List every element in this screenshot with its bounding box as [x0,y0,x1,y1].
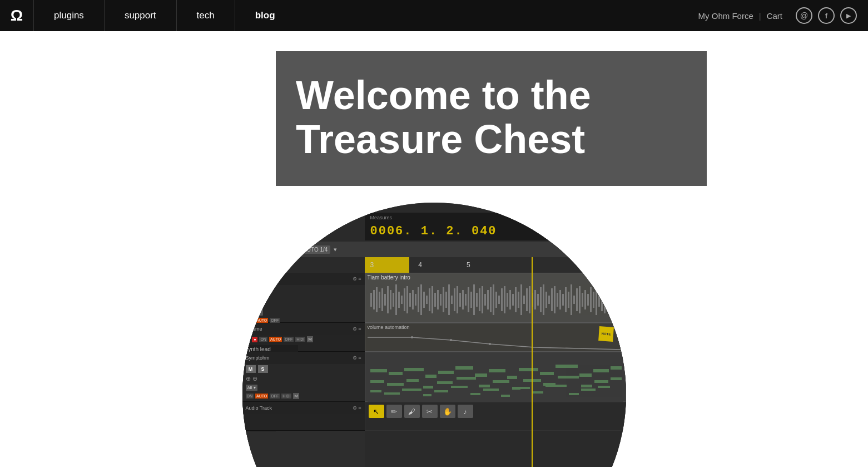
volume-automation-clip: volume automation NOTE [365,323,626,352]
vol-off[interactable]: OFF [284,337,294,342]
email-icon[interactable]: @ [796,7,812,24]
pencil-tool[interactable]: ✏ [386,405,402,418]
mute-button[interactable]: M [246,287,256,295]
svg-rect-106 [555,365,578,368]
bass-icons: ⚙ ≡ [353,405,361,411]
svg-rect-11 [398,292,400,308]
volume-controls: ▼ ● ON AUTO OFF HIDI M [242,335,365,343]
svg-rect-122 [581,385,592,387]
svg-rect-7 [387,286,389,313]
beat-label: Beat [593,216,604,222]
svg-rect-128 [423,394,431,396]
svg-rect-56 [523,296,525,304]
svg-rect-121 [558,376,579,378]
my-ohm-force-link[interactable]: My Ohm Force [698,11,753,21]
solo-button[interactable]: S [258,287,268,295]
svg-rect-3 [376,287,378,312]
snap-button[interactable]: Snap [247,245,268,254]
synth-all[interactable]: All ▾ [246,385,257,391]
bar-label: Bar [567,216,575,222]
nav-blog[interactable]: blog [235,0,295,31]
cart-link[interactable]: Cart [767,11,782,21]
track-icons: ⚙ ≡ [353,276,361,282]
svg-rect-110 [370,380,384,383]
note-tool[interactable]: ♪ [458,405,473,418]
svg-point-92 [450,339,452,341]
audio-track-left: Audio Track ⚙ ≡ M S ⊕ None ▾ [242,273,365,323]
svg-rect-113 [423,386,433,389]
svg-rect-36 [468,287,469,312]
svg-rect-60 [534,290,536,309]
svg-rect-55 [520,284,522,315]
automation-curve-svg [365,332,626,351]
svg-rect-45 [493,284,494,315]
svg-rect-41 [482,286,483,313]
svg-rect-50 [507,293,508,307]
svg-rect-22 [429,288,430,311]
svg-rect-47 [498,296,500,304]
scissors-tool[interactable]: ✂ [422,405,438,418]
youtube-icon[interactable]: ▶ [840,7,857,24]
svg-rect-99 [438,371,454,374]
audio-clip-title: Tiam battery intro [365,273,626,282]
svg-rect-34 [462,290,464,309]
svg-rect-98 [425,375,437,378]
dropdown-arrow[interactable]: ▾ [334,246,337,253]
synth-auto[interactable]: AUTO [255,394,268,399]
svg-rect-129 [434,390,448,392]
vol-midi[interactable]: HIDI [295,337,305,342]
hand-tool[interactable]: ✋ [440,405,455,418]
logo-omega: Ω [11,7,23,24]
svg-rect-132 [483,389,499,391]
nav-plugins[interactable]: plugins [33,0,104,31]
svg-rect-57 [526,288,528,311]
auto-button[interactable]: AUTO [255,318,268,323]
hero-title: Welcome to the Treasure Chest [296,73,679,161]
relative-select[interactable]: Relative [271,245,297,254]
vol-auto[interactable]: AUTO [269,337,282,342]
synth-solo[interactable]: S [258,365,268,373]
vol-m2[interactable]: M [307,336,313,342]
hero-title-line2: Treasure Chest [296,117,679,161]
svg-rect-101 [475,373,487,377]
logo[interactable]: Ω [0,7,33,24]
synth-midi[interactable]: HIDI [281,394,291,399]
synth-on[interactable]: ON [246,394,254,399]
none-dropdown[interactable]: None ▾ [246,309,263,316]
svg-rect-27 [443,287,444,312]
synth-cross: ⊕ [246,375,251,382]
svg-rect-35 [465,294,467,306]
synth-mute[interactable]: M [246,365,256,373]
auto-select[interactable]: AUTO 1/4 [300,245,330,254]
svg-rect-86 [607,294,608,306]
off-button[interactable]: OFF [270,318,280,323]
vol-on[interactable]: ON [259,337,267,342]
facebook-icon[interactable]: f [818,7,835,24]
svg-point-93 [489,343,491,345]
nav-tech[interactable]: tech [176,0,235,31]
svg-rect-100 [455,366,473,370]
svg-rect-72 [568,292,569,308]
synth-m2[interactable]: M [293,393,299,399]
svg-rect-130 [451,386,468,388]
hero-banner: Welcome to the Treasure Chest [276,51,707,186]
record-btn[interactable]: ● [252,337,257,342]
synth-off[interactable]: OFF [270,394,280,399]
svg-rect-80 [590,287,592,312]
paint-tool[interactable]: 🖌 [404,405,420,418]
synth-ms-controls: M S [242,364,365,374]
synth-fx: ⊕ ⊕ [242,374,365,384]
svg-rect-85 [604,286,606,313]
daw-ui: Measures 0006. 1. 2. 040 Bar Beat Snap R… [242,203,626,467]
svg-rect-97 [404,368,424,371]
svg-rect-115 [457,377,476,380]
on-button[interactable]: ON [246,318,254,323]
synth-track-label: Symptohm [246,355,270,361]
tool-buttons: ↖ ✏ 🖌 ✂ ✋ ♪ [365,402,626,420]
select-tool[interactable]: ↖ [369,405,384,418]
svg-rect-28 [445,292,447,308]
svg-rect-10 [395,284,397,315]
nav-support[interactable]: support [104,0,176,31]
transport-display: 0006. 1. 2. 040 [370,224,497,238]
bass-track-label: Audio Track [246,405,272,411]
